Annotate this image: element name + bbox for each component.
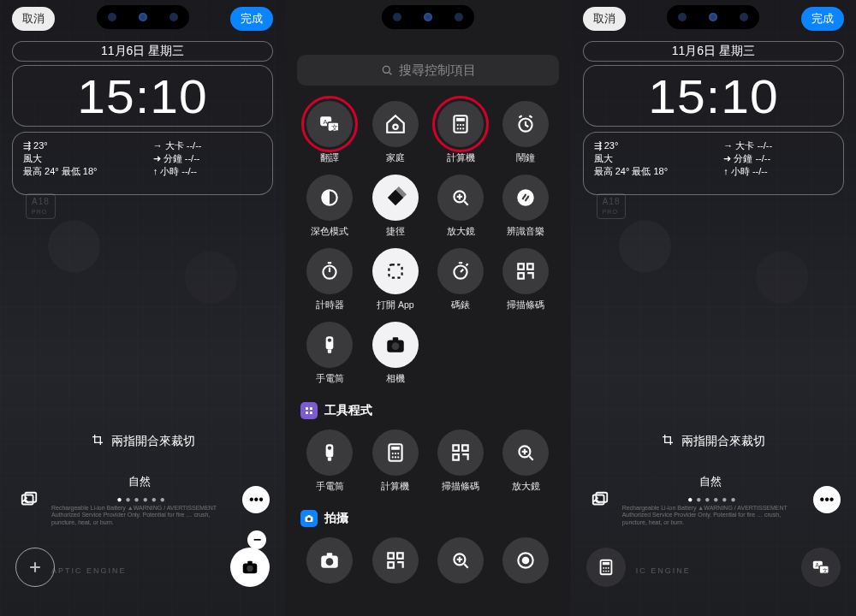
left-shortcut-add[interactable] — [15, 548, 55, 587]
crop-icon — [661, 433, 675, 447]
control-label: 碼錶 — [451, 299, 470, 311]
control-translate[interactable]: 翻譯 — [297, 101, 362, 164]
search-controls-field[interactable]: 搜尋控制項目 — [297, 55, 558, 86]
section-capture: 拍攝 — [300, 510, 558, 527]
battery-fineprint: Rechargeable Li-ion Battery ▲WARNING / A… — [51, 505, 234, 526]
pinch-hint: 兩指開合來裁切 — [571, 431, 856, 449]
magnifier-icon — [437, 175, 484, 221]
control-label: 計算機 — [381, 481, 409, 493]
section-tools: 工具程式 — [300, 402, 558, 419]
control-flashlight[interactable]: 手電筒 — [297, 322, 362, 385]
scanqr-icon — [502, 248, 549, 294]
control-label: 放大鏡 — [512, 481, 540, 493]
control-picker-panel: 搜尋控制項目 翻譯家庭計算機鬧鐘深色模式捷徑放大鏡辨識音樂計時器打開 App碼錶… — [285, 0, 570, 616]
clock-time: 15:10 — [77, 68, 207, 124]
photo-picker-button[interactable] — [15, 486, 43, 513]
chip-watermark: A18PRO — [597, 193, 627, 219]
translate-icon — [306, 101, 353, 147]
scanqr2-icon — [437, 429, 484, 476]
control-camera2[interactable] — [297, 537, 362, 583]
shazam-icon — [502, 175, 549, 221]
flashlight2-icon — [306, 429, 353, 476]
camera2-icon — [306, 537, 353, 583]
search-icon — [380, 63, 394, 77]
done-button[interactable]: 完成 — [230, 7, 273, 31]
control-alarm[interactable]: 鬧鐘 — [493, 101, 558, 164]
scan3-icon — [372, 537, 419, 583]
control-label: 家庭 — [386, 152, 405, 164]
control-scanqr[interactable]: 掃描條碼 — [493, 248, 558, 311]
control-label: 深色模式 — [311, 226, 348, 238]
right-shortcut-camera[interactable] — [230, 548, 270, 587]
widgets-row[interactable]: ⇶ 23° 風大 最高 24° 最低 18° → 大卡 --/-- ➜ 分鐘 -… — [12, 132, 273, 195]
control-magnifier[interactable]: 放大鏡 — [428, 175, 493, 238]
control-codescan[interactable]: 碼錶 — [428, 248, 493, 311]
controls-grid: 翻譯家庭計算機鬧鐘深色模式捷徑放大鏡辨識音樂計時器打開 App碼錶掃描條碼手電筒… — [297, 101, 558, 385]
control-calculator2[interactable]: 計算機 — [363, 429, 428, 493]
control-darkmode[interactable]: 深色模式 — [297, 175, 362, 238]
control-label: 鬧鐘 — [516, 152, 535, 164]
control-rec[interactable] — [493, 537, 558, 583]
control-openapp[interactable]: 打開 App — [363, 248, 428, 311]
left-shortcut-calculator[interactable] — [586, 548, 626, 587]
photo-picker-button[interactable] — [586, 486, 614, 513]
highlight-ring — [301, 96, 358, 152]
highlight-ring — [432, 96, 489, 152]
control-label: 掃描條碼 — [442, 481, 479, 493]
control-timer[interactable]: 計時器 — [297, 248, 362, 311]
capture-section-icon — [300, 510, 318, 527]
control-scan3[interactable] — [363, 537, 428, 583]
cancel-button[interactable]: 取消 — [583, 7, 626, 31]
control-label: 放大鏡 — [447, 226, 475, 238]
control-shortcuts[interactable]: 捷徑 — [363, 175, 428, 238]
style-name-label: 自然 — [128, 474, 151, 489]
control-magnifier2[interactable]: 放大鏡 — [493, 429, 558, 493]
cancel-button[interactable]: 取消 — [12, 7, 55, 31]
dynamic-island — [382, 5, 474, 29]
control-calculator[interactable]: 計算機 — [428, 101, 493, 164]
lockscreen-editor-right: 取消 完成 11月6日 星期三 15:10 ⇶ 23° 風大 最高 24° 最低… — [571, 0, 856, 616]
more-options-button[interactable]: ••• — [813, 486, 841, 513]
mag3-icon — [437, 537, 484, 583]
control-label: 手電筒 — [316, 481, 344, 493]
control-home[interactable]: 家庭 — [363, 101, 428, 164]
page-dots: ●●●●●● — [687, 495, 739, 504]
clock-widget[interactable]: 15:10 — [12, 65, 273, 127]
codescan-icon — [437, 248, 484, 294]
control-label: 辨識音樂 — [507, 226, 544, 238]
right-shortcut-translate[interactable] — [801, 548, 841, 587]
calculator2-icon — [372, 429, 419, 476]
widgets-row[interactable]: ⇶ 23° 風大 最高 24° 最低 18° → 大卡 --/-- ➜ 分鐘 -… — [583, 132, 844, 195]
crop-icon — [91, 433, 104, 447]
style-name-label: 自然 — [699, 474, 722, 489]
date-widget[interactable]: 11月6日 星期三 — [12, 41, 273, 62]
control-scanqr2[interactable]: 掃描條碼 — [428, 429, 493, 493]
svg-point-38 — [383, 66, 389, 73]
control-shazam[interactable]: 辨識音樂 — [493, 175, 558, 238]
tools-section-icon — [300, 402, 318, 419]
control-label: 計時器 — [316, 299, 344, 311]
done-button[interactable]: 完成 — [801, 7, 844, 31]
lockscreen-editor-left: 取消 完成 11月6日 星期三 15:10 ⇶ 23° 風大 最高 24° 最低… — [0, 0, 285, 616]
date-widget[interactable]: 11月6日 星期三 — [583, 41, 844, 62]
shortcuts-icon — [372, 175, 419, 221]
control-label: 相機 — [386, 373, 405, 385]
control-label: 計算機 — [447, 152, 475, 164]
page-dots: ●●●●●● — [117, 495, 169, 504]
darkmode-icon — [306, 175, 353, 221]
camera-icon — [372, 322, 419, 368]
clock-widget[interactable]: 15:10 — [583, 65, 844, 127]
control-label: 手電筒 — [316, 373, 344, 385]
chip-watermark: A18PRO — [26, 193, 56, 219]
search-placeholder: 搜尋控制項目 — [399, 62, 476, 79]
control-mag3[interactable] — [428, 537, 493, 583]
calculator-icon — [437, 101, 484, 147]
control-label: 掃描條碼 — [507, 299, 544, 311]
alarm-icon — [502, 101, 549, 147]
control-label: 翻譯 — [320, 152, 339, 164]
control-camera[interactable]: 相機 — [363, 322, 428, 385]
openapp-icon — [372, 248, 419, 294]
control-flashlight2[interactable]: 手電筒 — [297, 429, 362, 493]
home-icon — [372, 101, 419, 147]
pinch-hint: 兩指開合來裁切 — [0, 431, 285, 449]
